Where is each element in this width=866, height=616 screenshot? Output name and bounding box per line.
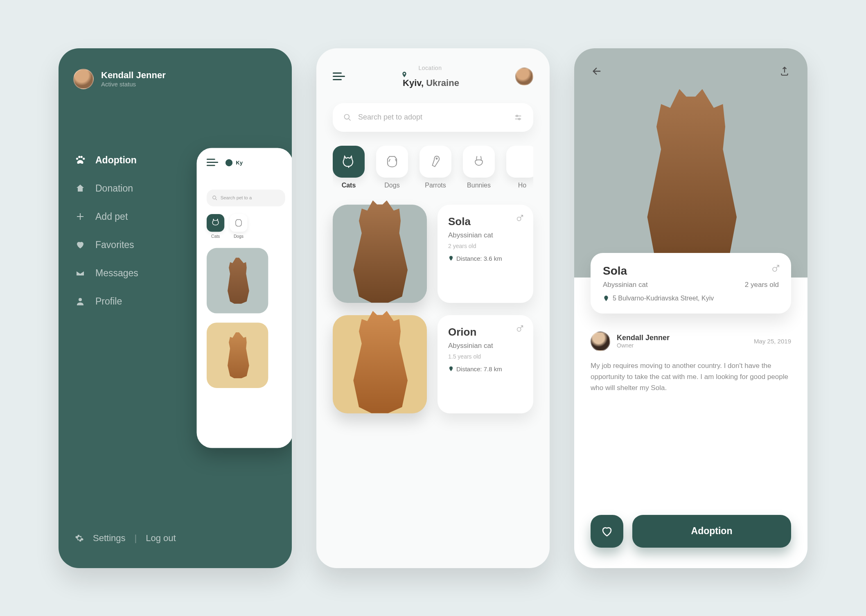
gender-icon [771,264,780,273]
menu-label: Profile [95,296,122,307]
pet-name: Sola [603,264,779,278]
filter-icon[interactable] [514,113,523,122]
hamburger-icon [207,158,218,166]
menu-label: Favorites [95,239,134,250]
pet-image [333,205,427,303]
favorite-button[interactable] [591,515,623,548]
drawer-header: Kendall Jenner Active status [59,48,292,89]
pet-age: 2 years old [448,243,523,249]
share-button[interactable] [776,63,793,79]
mini-pet-card [207,248,268,313]
category-chip-dogs[interactable]: Dogs [376,146,408,189]
pet-image [333,315,427,413]
search-icon [343,113,352,122]
mini-search-placeholder: Search pet to a [221,195,252,201]
pet-description: My job requires moving to another countr… [591,360,791,394]
owner-name: Kendall Jenner [617,334,670,342]
drawer-footer: Settings | Log out [75,533,176,544]
owner-avatar [591,332,610,351]
back-button[interactable] [589,63,605,79]
pet-distance-text: Distance: 3.6 km [456,255,502,262]
pet-name: Orion [448,326,523,338]
svg-point-3 [83,158,85,160]
svg-point-5 [213,196,216,199]
category-label: Ho [518,182,526,189]
pet-breed: Abyssinian cat [448,342,523,350]
category-label: Dogs [384,182,399,189]
hamburger-button[interactable] [333,72,345,80]
category-chip-parrots[interactable]: Parrots [419,146,451,189]
mini-chip-label: Cats [211,234,220,238]
pet-breed: Abyssinian cat [603,281,648,289]
pet-distance: Distance: 3.6 km [448,255,523,262]
gender-icon [515,324,524,333]
pet-distance-text: Distance: 7.8 km [456,366,502,372]
adopt-button[interactable]: Adoption [632,515,791,548]
menu-label: Donation [95,183,133,194]
detail-screen: Sola Abyssinian cat 2 years old 5 Bulvar… [574,48,807,568]
gear-icon [75,534,84,543]
home-icon [75,183,86,194]
browse-screen: Location Kyiv, Ukraine Search pet to ado… [316,48,550,568]
hero-image [574,48,807,278]
svg-point-7 [516,115,518,117]
user-status: Active status [101,81,166,88]
search-input[interactable]: Search pet to adopt [333,103,533,132]
heart-icon [75,239,86,250]
svg-point-0 [76,158,78,160]
mini-location: Ky [236,159,243,165]
menu-label: Add pet [95,211,128,222]
mini-search: Search pet to a [207,189,285,206]
settings-link[interactable]: Settings [93,533,126,544]
pet-breed: Abyssinian cat [448,231,523,239]
mini-chip-dogs: Dogs [230,214,247,239]
owner-role: Owner [617,342,670,349]
category-label: Cats [342,182,356,189]
category-label: Bunnies [467,182,491,189]
pet-card[interactable]: Orion Abyssinian cat 1.5 years old Dista… [333,315,533,413]
svg-point-10 [517,217,521,221]
drawer-screen: Kendall Jenner Active status Adoption Do… [59,48,292,568]
search-placeholder: Search pet to adopt [358,113,422,122]
mini-chip-cats: Cats [207,214,224,239]
pet-address: 5 Bulvarno-Kudriavska Street, Kyiv [613,295,714,302]
user-name: Kendall Jenner [101,70,166,81]
category-chip-more[interactable]: Ho [506,146,533,189]
category-chip-cats[interactable]: Cats [333,146,365,189]
logout-link[interactable]: Log out [146,533,176,544]
gender-icon [515,214,524,223]
location-label: Location [401,65,459,71]
mini-chip-label: Dogs [234,234,244,238]
avatar[interactable] [515,68,533,86]
location-city: Kyiv, [403,78,424,88]
avatar[interactable] [73,69,94,89]
menu-label: Adoption [95,155,137,166]
pet-distance: Distance: 7.8 km [448,366,523,372]
separator: | [135,533,137,544]
menu-label: Messages [95,268,138,279]
svg-point-6 [345,114,350,119]
post-date: May 25, 2019 [754,338,791,345]
category-chip-bunnies[interactable]: Bunnies [463,146,495,189]
paw-icon [75,155,86,165]
category-label: Parrots [425,182,446,189]
owner-row[interactable]: Kendall Jenner Owner May 25, 2019 [591,332,791,351]
adopt-button-label: Adoption [691,526,733,537]
pet-card[interactable]: Sola Abyssinian cat 2 years old Distance… [333,205,533,303]
svg-point-11 [517,327,521,331]
pet-info-card: Sola Abyssinian cat 2 years old 5 Bulvar… [591,253,791,314]
location-display[interactable]: Location Kyiv, Ukraine [401,65,459,88]
svg-point-8 [519,118,520,120]
pin-icon: ⬤ [225,158,233,166]
pin-icon [401,71,459,78]
svg-point-12 [773,267,777,271]
location-country: Ukraine [426,78,459,88]
svg-point-2 [81,156,83,158]
svg-point-1 [78,156,80,158]
pet-name: Sola [448,215,523,228]
peek-screen[interactable]: ⬤ Ky ← Search pet to a Cats Dogs [197,148,292,448]
mini-pet-card [207,323,268,388]
plus-icon [75,211,86,222]
person-icon [75,296,86,307]
mail-icon [75,268,86,278]
